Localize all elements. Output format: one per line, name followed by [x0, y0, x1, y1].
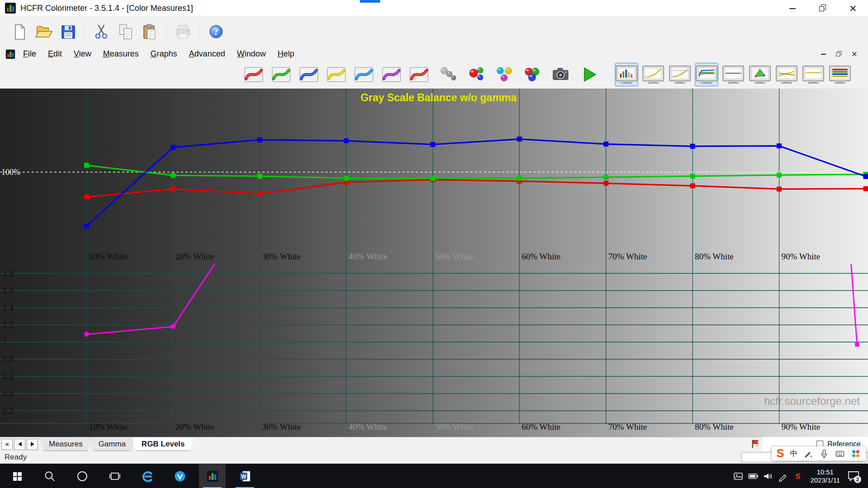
- menu-edit[interactable]: Edit: [42, 48, 68, 60]
- taskbar-search-button[interactable]: [36, 464, 63, 488]
- view-delta-e-button[interactable]: [775, 63, 798, 86]
- chart-purple-button[interactable]: [380, 63, 403, 86]
- x-tick-label: 30% White: [262, 422, 301, 432]
- x-tick-label: 40% White: [349, 252, 387, 261]
- view-cie-diagram-button[interactable]: [748, 63, 772, 86]
- keyboard-icon[interactable]: [835, 449, 845, 459]
- window-restore-button[interactable]: [807, 0, 838, 17]
- menu-graphs[interactable]: Graphs: [145, 48, 183, 60]
- view-histogram-button[interactable]: [615, 63, 638, 86]
- save-button[interactable]: [56, 20, 80, 44]
- mdi-restore-button[interactable]: [832, 49, 845, 60]
- reference-100-label: 100%: [1, 168, 20, 177]
- x-tick-label: 60% White: [522, 252, 561, 261]
- x-tick-label: 90% White: [782, 422, 821, 432]
- menu-window[interactable]: Window: [231, 48, 272, 60]
- notification-center-button[interactable]: 2: [846, 469, 861, 483]
- taskbar-v-app-button[interactable]: [166, 464, 193, 488]
- chart-cyan-button[interactable]: [352, 63, 376, 86]
- tab-scroll-left-button[interactable]: [14, 439, 25, 450]
- handwriting-icon[interactable]: [803, 449, 813, 459]
- view-measures-table-button[interactable]: [828, 63, 852, 86]
- paste-button[interactable]: [138, 20, 162, 44]
- taskbar-task-view-button[interactable]: [101, 464, 128, 488]
- menu-measures[interactable]: Measures: [97, 48, 145, 60]
- menu-file[interactable]: File: [17, 48, 42, 60]
- grayscale-measure-button[interactable]: [437, 63, 460, 86]
- chart-blue-button[interactable]: [297, 63, 321, 86]
- monitor-curve-icon: [669, 65, 691, 84]
- new-button[interactable]: [7, 20, 32, 44]
- primaries-measure-button[interactable]: [465, 63, 488, 86]
- view-gamma-button[interactable]: [668, 63, 692, 86]
- mdi-minimize-button[interactable]: [816, 49, 830, 60]
- window-title: HCFR Colorimeter - 3.5.1.4 - [Color Meas…: [20, 4, 193, 13]
- tab-rgb-levels[interactable]: RGB Levels: [132, 437, 194, 451]
- menu-help[interactable]: Help: [272, 48, 300, 60]
- view-sat-lum-button[interactable]: [802, 63, 825, 86]
- tray-pen-icon[interactable]: [777, 470, 789, 482]
- x-tick-label: 10% White: [89, 422, 128, 432]
- chart-red-2-button[interactable]: [407, 63, 431, 86]
- taskbar-word-button[interactable]: W: [231, 464, 258, 488]
- view-buttons: [615, 63, 852, 86]
- print-button[interactable]: [171, 20, 195, 44]
- run-measures-button[interactable]: [577, 63, 600, 86]
- sogou-ime-bar: S 中: [771, 446, 866, 461]
- toolbox-grid-icon[interactable]: [851, 449, 861, 459]
- taskbar-start-button[interactable]: [4, 464, 30, 488]
- chart-red-button[interactable]: [242, 63, 265, 86]
- tray-volume-icon[interactable]: [762, 470, 774, 482]
- chart-purple-icon: [381, 64, 402, 85]
- x-tick-label: 10% White: [89, 252, 128, 261]
- svg-text:?: ?: [214, 26, 219, 37]
- menu-view[interactable]: View: [68, 48, 97, 60]
- cut-button[interactable]: [89, 20, 113, 44]
- window-minimize-button[interactable]: [777, 0, 807, 17]
- tab-close-button[interactable]: [1, 439, 13, 450]
- tray-sogou-icon[interactable]: S: [792, 470, 804, 482]
- tab-measures[interactable]: Measures: [39, 437, 92, 451]
- system-tray: S 10:51 2023/1/11 2: [732, 468, 868, 484]
- menu-advanced[interactable]: Advanced: [183, 48, 231, 60]
- window-close-button[interactable]: [838, 0, 868, 17]
- free-colors-measure-button[interactable]: [521, 63, 544, 86]
- chart-green-button[interactable]: [269, 63, 293, 86]
- sogou-logo-icon[interactable]: S: [777, 448, 784, 459]
- play-icon: [578, 64, 599, 85]
- ime-mode-indicator[interactable]: 中: [790, 448, 797, 459]
- tab-label: Gamma: [99, 440, 126, 449]
- microphone-icon[interactable]: [819, 449, 829, 459]
- taskbar-clock[interactable]: 10:51 2023/1/11: [810, 468, 840, 484]
- y-tick-label: 1.2: [3, 320, 14, 330]
- view-color-temperature-button[interactable]: [722, 63, 745, 86]
- clock-date: 2023/1/11: [810, 476, 840, 484]
- view-luminance-button[interactable]: [642, 63, 665, 86]
- tab-gamma[interactable]: Gamma: [89, 437, 135, 451]
- y-tick-label: 0.2: [3, 406, 14, 416]
- view-rgb-levels-button[interactable]: [695, 63, 718, 86]
- ime-flag-icon[interactable]: [750, 438, 760, 449]
- tray-battery-icon[interactable]: [747, 470, 759, 482]
- chart-yellow-icon: [326, 64, 347, 85]
- y-tick-label: 1: [3, 338, 7, 347]
- chart-yellow-button[interactable]: [325, 63, 348, 86]
- secondaries-measure-button[interactable]: [493, 63, 516, 86]
- taskbar-cortana-button[interactable]: [69, 464, 95, 488]
- copy-button[interactable]: [113, 20, 138, 44]
- taskbar-edge-button[interactable]: [134, 464, 160, 488]
- monitor-flat-icon: [722, 65, 745, 84]
- help-button[interactable]: ?: [204, 20, 228, 44]
- windows-taskbar: W S 10:51 2023/1/11 2: [0, 464, 868, 488]
- close-icon: [5, 442, 9, 446]
- hcfr-icon: [206, 470, 219, 483]
- sensor-capture-button[interactable]: [549, 63, 572, 86]
- open-button[interactable]: [32, 20, 56, 44]
- cut-icon: [91, 22, 111, 42]
- tab-scroll-right-button[interactable]: [27, 439, 38, 450]
- monitor-stripes-icon: [829, 65, 851, 84]
- arrow-right-icon: [31, 442, 34, 446]
- mdi-close-button[interactable]: [847, 49, 861, 60]
- taskbar-hcfr-button[interactable]: [199, 464, 226, 488]
- tray-photos-icon[interactable]: [732, 470, 744, 482]
